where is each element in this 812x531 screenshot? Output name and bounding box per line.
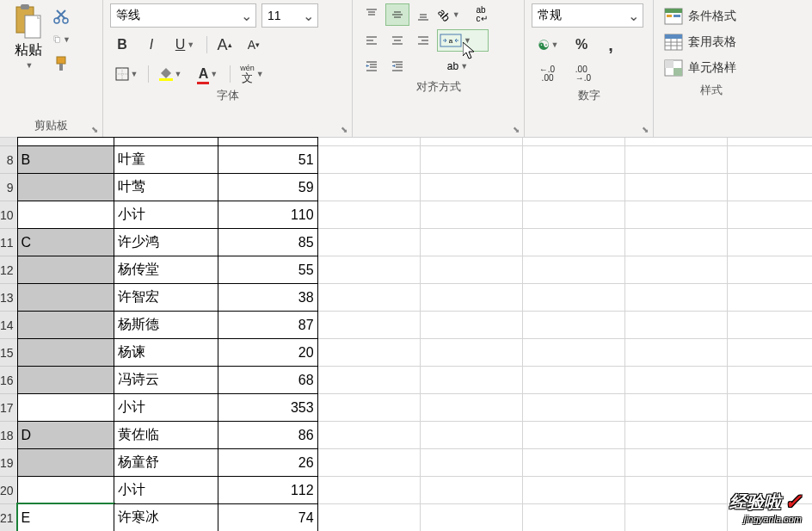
cell[interactable]: [728, 422, 812, 449]
align-top-button[interactable]: [360, 3, 384, 26]
row-header[interactable]: 16: [0, 367, 18, 394]
cell[interactable]: [728, 367, 812, 394]
cell[interactable]: [318, 339, 421, 367]
cell[interactable]: [421, 422, 523, 449]
copy-button[interactable]: ▼: [53, 31, 71, 48]
increase-font-button[interactable]: A▴: [212, 33, 237, 57]
align-middle-button[interactable]: [385, 3, 409, 26]
cell[interactable]: 冯诗云: [114, 366, 218, 394]
cell[interactable]: 59: [218, 173, 318, 201]
align-center-button[interactable]: [385, 29, 409, 52]
italic-button[interactable]: I: [139, 33, 163, 57]
cell[interactable]: 110: [218, 201, 318, 229]
align-bottom-button[interactable]: [411, 3, 435, 26]
comma-button[interactable]: ,: [599, 33, 623, 57]
cell[interactable]: 杨传堂: [114, 256, 218, 284]
cell[interactable]: [728, 339, 812, 367]
row-header[interactable]: 14: [0, 312, 18, 339]
cell[interactable]: 杨谏: [114, 338, 218, 367]
cell[interactable]: 叶莺: [114, 173, 218, 201]
dialog-launcher-icon[interactable]: ⬊: [338, 123, 350, 135]
cell[interactable]: 黄佐临: [114, 421, 218, 449]
cell[interactable]: [17, 256, 114, 284]
align-right-button[interactable]: [411, 29, 435, 52]
cell[interactable]: [318, 394, 421, 422]
cell[interactable]: [523, 504, 625, 531]
cell[interactable]: [625, 449, 728, 477]
cell[interactable]: 85: [218, 228, 318, 256]
conditional-formatting-button[interactable]: 条件格式: [664, 3, 759, 29]
phonetic-button[interactable]: wén文 ▼: [236, 62, 268, 86]
bold-button[interactable]: B: [110, 33, 134, 57]
cell[interactable]: [421, 229, 523, 256]
decrease-indent-button[interactable]: [360, 55, 384, 77]
cell[interactable]: [523, 229, 625, 256]
cell[interactable]: [625, 284, 728, 312]
font-name-select[interactable]: 等线 ⌄: [110, 3, 256, 28]
number-format-select[interactable]: 常规 ⌄: [532, 3, 643, 28]
grid[interactable]: B叶童51叶莺59小计110C许少鸿85杨传堂55许智宏38杨斯德87杨谏20冯…: [18, 138, 812, 531]
cell[interactable]: 小计: [114, 476, 218, 504]
cell[interactable]: [625, 312, 728, 339]
font-size-select[interactable]: 11 ⌄: [261, 3, 318, 28]
cell[interactable]: [17, 393, 114, 422]
cell[interactable]: [421, 284, 523, 312]
cell[interactable]: [421, 394, 523, 422]
cell[interactable]: [625, 477, 728, 504]
cell[interactable]: [318, 146, 421, 174]
cell[interactable]: [625, 339, 728, 367]
cell[interactable]: [523, 146, 625, 174]
cell[interactable]: [318, 477, 421, 504]
cell[interactable]: 38: [218, 283, 318, 312]
cell[interactable]: [523, 367, 625, 394]
percent-button[interactable]: %: [569, 33, 594, 57]
cell[interactable]: 51: [218, 145, 318, 174]
cell[interactable]: [17, 173, 114, 201]
fill-color-button[interactable]: ▼: [154, 62, 187, 86]
row-header[interactable]: 21: [0, 504, 18, 531]
cell[interactable]: 小计: [114, 201, 218, 229]
cell[interactable]: [728, 256, 812, 284]
cell[interactable]: [318, 229, 421, 256]
cell[interactable]: [421, 256, 523, 284]
row-header[interactable]: 17: [0, 394, 18, 422]
row-header[interactable]: 8: [0, 146, 18, 174]
format-painter-button[interactable]: [53, 55, 71, 72]
cell[interactable]: 74: [218, 503, 318, 531]
cell[interactable]: [523, 201, 625, 229]
row-header[interactable]: 9: [0, 174, 18, 201]
row-header[interactable]: 19: [0, 449, 18, 477]
cell[interactable]: [318, 174, 421, 201]
cell[interactable]: [523, 394, 625, 422]
dialog-launcher-icon[interactable]: ⬊: [510, 123, 522, 135]
cell[interactable]: [421, 449, 523, 477]
row-header[interactable]: 12: [0, 256, 18, 284]
row-header[interactable]: 10: [0, 201, 18, 229]
cell[interactable]: [625, 394, 728, 422]
cell[interactable]: [421, 174, 523, 201]
cell[interactable]: [17, 283, 114, 312]
cell-styles-button[interactable]: 单元格样: [664, 55, 759, 81]
cell[interactable]: [17, 311, 114, 339]
orientation-button[interactable]: ab▼: [437, 3, 461, 26]
cell[interactable]: [421, 146, 523, 174]
cell[interactable]: [318, 256, 421, 284]
cell[interactable]: B: [17, 145, 114, 174]
cell[interactable]: 353: [218, 393, 318, 422]
cell[interactable]: [318, 449, 421, 477]
wrap-text-button[interactable]: abc↵: [463, 3, 501, 26]
cell[interactable]: [523, 477, 625, 504]
merge-dropdown-button[interactable]: ab▼: [439, 55, 477, 77]
decrease-font-button[interactable]: A▾: [242, 33, 266, 57]
increase-indent-button[interactable]: [385, 55, 409, 77]
cell[interactable]: [523, 174, 625, 201]
cell[interactable]: [421, 477, 523, 504]
font-color-button[interactable]: A ▼: [192, 62, 225, 86]
align-left-button[interactable]: [360, 29, 384, 52]
borders-button[interactable]: ▼: [110, 62, 143, 86]
cell[interactable]: 87: [218, 311, 318, 339]
paste-button[interactable]: 粘贴 ▼: [7, 3, 50, 116]
dialog-launcher-icon[interactable]: ⬊: [89, 123, 101, 135]
cell[interactable]: [523, 339, 625, 367]
cell[interactable]: C: [17, 228, 114, 256]
